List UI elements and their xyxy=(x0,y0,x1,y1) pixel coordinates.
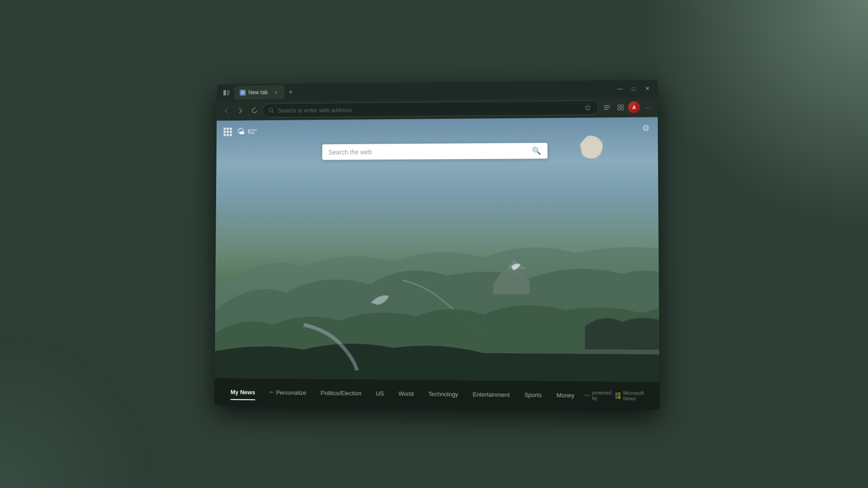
tab-favicon xyxy=(240,89,246,96)
more-options-icon[interactable]: ··· xyxy=(641,101,654,113)
toolbar-icons: A ··· xyxy=(600,101,654,114)
content-top-bar: 🌤 62° xyxy=(217,117,658,143)
news-tab-world[interactable]: World xyxy=(391,386,421,401)
svg-rect-6 xyxy=(618,105,620,107)
microsoft-logo xyxy=(615,392,620,399)
browser-window: New tab ✕ + — □ ✕ xyxy=(214,80,660,410)
forward-button[interactable] xyxy=(234,104,246,117)
address-bar[interactable] xyxy=(262,100,599,117)
favorites-toolbar-icon[interactable] xyxy=(600,101,613,114)
news-tab-personalize[interactable]: ✏ Personalize xyxy=(262,385,313,399)
minimize-button[interactable]: — xyxy=(613,84,626,94)
refresh-button[interactable] xyxy=(248,104,260,117)
news-tab-us[interactable]: US xyxy=(368,386,391,401)
tab-new-tab[interactable]: New tab ✕ xyxy=(234,85,284,99)
search-address-icon xyxy=(268,108,274,114)
sidebar-toggle-button[interactable] xyxy=(220,86,232,99)
search-icon[interactable]: 🔍 xyxy=(532,146,541,155)
svg-line-5 xyxy=(272,111,274,113)
svg-rect-9 xyxy=(621,108,623,110)
settings-gear-button[interactable]: ⚙ xyxy=(639,122,652,134)
svg-rect-8 xyxy=(618,108,620,110)
apps-grid-icon[interactable] xyxy=(224,127,232,136)
address-icons xyxy=(583,103,593,113)
ms-news-label: Microsoft News xyxy=(623,390,650,401)
back-button[interactable] xyxy=(220,105,232,117)
more-news-button[interactable]: ··· xyxy=(582,389,592,402)
weather-icon: 🌤 xyxy=(237,127,245,136)
browser-content: 🌤 62° ⚙ 🔍 My News ✏ Personalize xyxy=(214,117,660,410)
window-buttons: — □ ✕ xyxy=(613,83,654,94)
svg-rect-7 xyxy=(621,105,623,107)
svg-rect-1 xyxy=(227,90,230,95)
temperature-display: 62° xyxy=(248,128,257,135)
news-tab-money[interactable]: Money xyxy=(549,388,582,402)
search-container: 🔍 xyxy=(322,143,547,160)
search-input[interactable] xyxy=(329,147,528,156)
microsoft-news-badge: powered by Microsoft News xyxy=(592,390,651,402)
powered-by-text: powered by xyxy=(592,390,613,401)
news-tab-entertainment[interactable]: Entertainment xyxy=(465,387,517,402)
svg-point-4 xyxy=(269,108,273,112)
tab-close-button[interactable]: ✕ xyxy=(272,89,279,96)
profile-icon[interactable]: A xyxy=(628,101,640,113)
news-tab-sports[interactable]: Sports xyxy=(517,388,549,402)
tab-bar: New tab ✕ + xyxy=(234,82,611,100)
news-tab-technology[interactable]: Technology xyxy=(421,387,465,401)
collections-icon[interactable] xyxy=(614,101,627,114)
close-button[interactable]: ✕ xyxy=(641,83,654,94)
nav-bar: A ··· xyxy=(217,97,658,121)
hills-svg xyxy=(215,153,660,382)
news-tab-my-news[interactable]: My News xyxy=(223,385,262,399)
address-input[interactable] xyxy=(278,104,579,114)
new-tab-button[interactable]: + xyxy=(284,86,297,99)
pencil-icon: ✏ xyxy=(269,389,274,395)
favorites-icon[interactable] xyxy=(583,103,593,113)
search-box: 🔍 xyxy=(322,143,547,160)
svg-rect-0 xyxy=(223,90,226,95)
news-tab-politics[interactable]: Politics/Election xyxy=(313,385,368,400)
weather-widget[interactable]: 🌤 62° xyxy=(237,127,257,136)
maximize-button[interactable]: □ xyxy=(627,83,640,94)
news-bar: My News ✏ Personalize Politics/Election … xyxy=(214,378,660,410)
tab-label: New tab xyxy=(248,89,268,96)
